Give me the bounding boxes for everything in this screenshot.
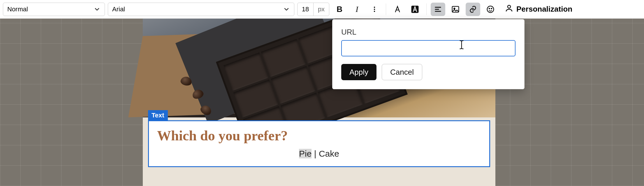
align-button[interactable] (431, 3, 445, 16)
svg-point-10 (489, 8, 490, 9)
svg-point-8 (454, 8, 455, 9)
font-family-value: Arial (112, 6, 125, 13)
svg-point-1 (374, 8, 375, 10)
link-popover: URL Apply Cancel (332, 19, 525, 89)
toolbar-separator (426, 3, 427, 15)
block-body[interactable]: Pie | Cake (157, 149, 481, 159)
apply-button-label: Apply (349, 68, 368, 77)
insert-image-button[interactable] (448, 3, 463, 16)
url-field-label: URL (341, 28, 515, 37)
personalization-label: Personalization (516, 5, 572, 14)
svg-point-9 (487, 6, 494, 12)
chevron-down-icon (283, 6, 290, 13)
person-icon (505, 4, 513, 15)
italic-button[interactable]: I (350, 3, 364, 16)
editor-toolbar: Normal Arial 18 px B I (0, 0, 644, 19)
font-size-unit: px (313, 3, 329, 16)
bold-button[interactable]: B (332, 3, 347, 16)
svg-point-11 (491, 8, 492, 9)
paragraph-format-value: Normal (7, 6, 28, 13)
svg-point-12 (508, 5, 511, 8)
cancel-button[interactable]: Cancel (382, 64, 422, 80)
body-option-b: Cake (319, 149, 339, 158)
font-size-input[interactable]: 18 px (297, 3, 329, 16)
svg-point-0 (374, 6, 375, 8)
editor-canvas[interactable]: Text Which do you prefer? Pie | Cake (0, 19, 644, 186)
selected-text: Pie (299, 149, 312, 158)
svg-point-2 (374, 10, 375, 12)
cancel-button-label: Cancel (390, 68, 414, 77)
body-separator: | (312, 149, 319, 158)
insert-emoji-button[interactable] (483, 3, 498, 16)
paragraph-format-select[interactable]: Normal (3, 3, 105, 16)
text-block[interactable]: Text Which do you prefer? Pie | Cake (148, 120, 490, 167)
more-text-options-button[interactable] (367, 3, 382, 16)
block-type-tag: Text (148, 110, 168, 121)
text-color-button[interactable] (390, 3, 405, 16)
url-input[interactable] (341, 40, 515, 56)
font-family-select[interactable]: Arial (108, 3, 294, 16)
chevron-down-icon (94, 6, 101, 13)
toolbar-separator (386, 3, 386, 15)
personalization-button[interactable]: Personalization (501, 3, 576, 16)
apply-button[interactable]: Apply (341, 64, 376, 80)
block-heading[interactable]: Which do you prefer? (157, 128, 481, 144)
insert-link-button[interactable] (466, 3, 480, 16)
background-color-button[interactable] (408, 3, 422, 16)
font-size-value: 18 (298, 6, 313, 13)
